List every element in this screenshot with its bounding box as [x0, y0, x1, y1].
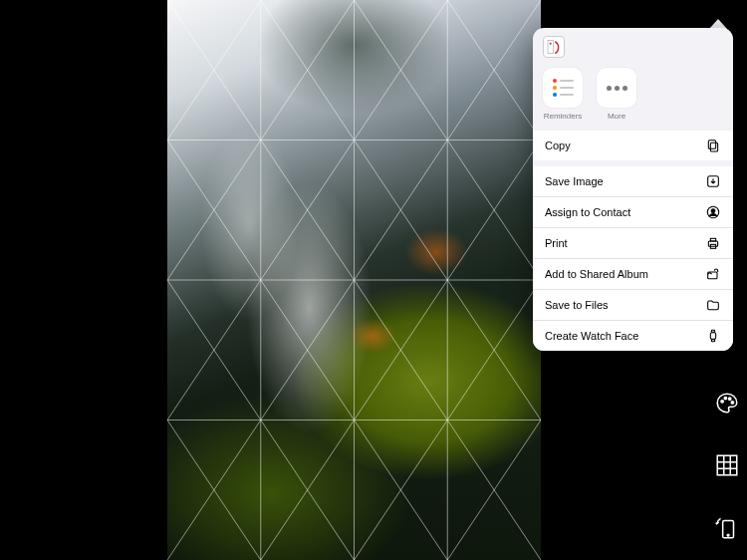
folder-icon	[705, 297, 721, 313]
add-shared-album-action[interactable]: Add to Shared Album	[533, 258, 733, 289]
palette-button[interactable]	[714, 391, 740, 417]
photo-canvas[interactable]	[167, 0, 541, 560]
svg-point-48	[727, 534, 729, 536]
printer-icon	[705, 235, 721, 251]
create-watch-face-action[interactable]: Create Watch Face	[533, 320, 733, 351]
watch-icon	[705, 328, 721, 344]
grid-icon	[714, 452, 740, 478]
share-reminders[interactable]: Reminders	[543, 68, 583, 121]
photo	[167, 0, 541, 560]
save-to-files-action[interactable]: Save to Files	[533, 289, 733, 320]
svg-rect-42	[717, 455, 737, 475]
svg-point-39	[724, 397, 726, 399]
palette-icon	[714, 391, 740, 417]
svg-rect-51	[710, 142, 717, 151]
svg-point-38	[721, 401, 723, 403]
copy-icon	[705, 138, 721, 153]
action-label: Save to Files	[545, 299, 609, 311]
more-icon	[597, 68, 636, 108]
rotate-device-icon	[714, 514, 740, 540]
svg-point-50	[550, 43, 552, 45]
share-sheet: Reminders More Copy Save Image Assign to…	[533, 28, 733, 351]
action-label: Create Watch Face	[545, 330, 638, 342]
app-thumbnail	[543, 36, 565, 58]
share-label: Reminders	[544, 112, 583, 121]
contact-icon	[705, 204, 721, 220]
share-sheet-header	[533, 28, 733, 68]
download-icon	[705, 173, 721, 189]
svg-rect-61	[711, 330, 714, 332]
svg-point-55	[711, 209, 715, 213]
action-group-main: Save Image Assign to Contact Print Add t…	[533, 166, 733, 351]
svg-rect-57	[710, 238, 715, 241]
svg-rect-52	[708, 140, 715, 149]
svg-rect-60	[710, 333, 715, 340]
action-label: Assign to Contact	[545, 206, 630, 218]
print-action[interactable]: Print	[533, 227, 733, 258]
svg-rect-62	[711, 340, 714, 342]
action-label: Save Image	[545, 175, 604, 187]
action-group-copy: Copy	[533, 131, 733, 160]
save-image-action[interactable]: Save Image	[533, 166, 733, 196]
svg-rect-56	[708, 241, 717, 246]
share-more[interactable]: More	[597, 68, 636, 121]
action-label: Copy	[545, 140, 571, 151]
svg-rect-49	[548, 40, 553, 53]
svg-point-41	[731, 402, 733, 404]
share-label: More	[608, 112, 625, 121]
action-label: Print	[545, 237, 568, 249]
share-targets-row: Reminders More	[533, 68, 733, 131]
grid-button[interactable]	[714, 452, 740, 478]
copy-action[interactable]: Copy	[533, 131, 733, 160]
svg-point-40	[729, 398, 731, 400]
action-label: Add to Shared Album	[545, 268, 648, 280]
shared-album-icon	[705, 266, 721, 282]
assign-contact-action[interactable]: Assign to Contact	[533, 196, 733, 227]
reminders-icon	[543, 68, 583, 108]
rotate-device-button[interactable]	[714, 514, 740, 540]
